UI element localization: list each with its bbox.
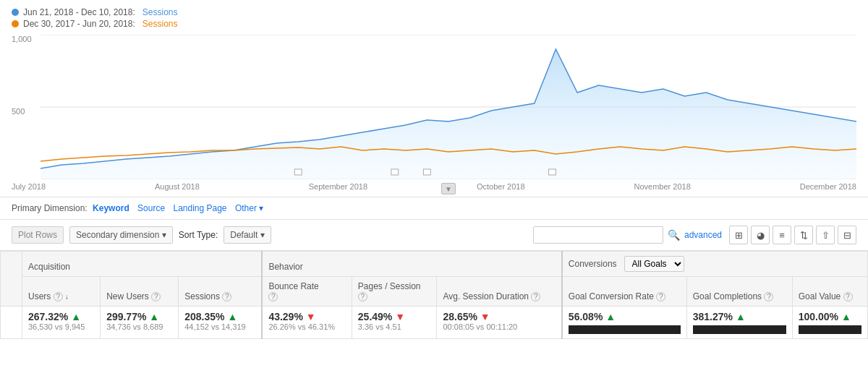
- y-label-1000: 1,000: [12, 35, 32, 43]
- svg-rect-6: [549, 169, 556, 175]
- table-view-button[interactable]: ⊟: [838, 226, 856, 244]
- users-sort-icon[interactable]: ↓: [65, 293, 69, 301]
- goal-conv-help-icon[interactable]: ?: [656, 292, 665, 301]
- totals-checkbox-cell: [1, 307, 22, 339]
- acquisition-header: Acquisition: [22, 252, 263, 277]
- pages-session-trend-icon: ▼: [395, 311, 405, 322]
- chart-legend: Jun 21, 2018 - Dec 10, 2018: Sessions De…: [12, 7, 856, 30]
- goal-completions-help-icon[interactable]: ?: [764, 292, 773, 301]
- dimension-keyword[interactable]: Keyword: [93, 203, 129, 213]
- goal-conv-bar: [569, 325, 681, 334]
- goal-conv-trend-icon: ▲: [605, 311, 616, 322]
- svg-rect-3: [294, 169, 302, 175]
- sort-type-label: Sort Type:: [179, 230, 218, 240]
- search-input[interactable]: [533, 226, 663, 244]
- totals-sessions: 208.35% ▲ 44,152 vs 14,319: [179, 307, 263, 339]
- col-users: Users ? ↓: [22, 277, 101, 307]
- col-goal-conv-rate: Goal Conversion Rate ?: [562, 277, 686, 307]
- totals-pages-session: 25.49% ▼ 3.36 vs 4.51: [352, 307, 437, 339]
- chart-area: Jun 21, 2018 - Dec 10, 2018: Sessions De…: [0, 0, 868, 197]
- dimension-source[interactable]: Source: [137, 203, 165, 213]
- sort-view-button[interactable]: ⇅: [794, 226, 813, 244]
- avg-session-help-icon[interactable]: ?: [531, 292, 540, 301]
- goal-value-help-icon[interactable]: ?: [843, 292, 853, 301]
- list-view-button[interactable]: ≡: [773, 226, 791, 244]
- dimension-other[interactable]: Other ▾: [235, 203, 263, 213]
- bounce-rate-trend-icon: ▼: [306, 311, 316, 322]
- toolbar: Plot Rows Secondary dimension ▾ Sort Typ…: [0, 220, 868, 251]
- users-trend-icon: ▲: [71, 311, 81, 322]
- col-goal-completions: Goal Completions ?: [686, 277, 792, 307]
- totals-bounce-rate: 43.29% ▼ 26.26% vs 46.31%: [262, 307, 352, 339]
- chart-container: 1,000 500: [41, 35, 856, 179]
- legend-dot-orange: [12, 20, 19, 27]
- pie-view-button[interactable]: ◕: [751, 226, 770, 244]
- legend-item-1: Jun 21, 2018 - Dec 10, 2018: Sessions: [12, 7, 856, 17]
- advanced-link[interactable]: advanced: [684, 230, 722, 240]
- export-button[interactable]: ⇧: [816, 226, 835, 244]
- view-icons: ⊞ ◕ ≡ ⇅ ⇧ ⊟: [729, 226, 856, 244]
- dimension-landing-page[interactable]: Landing Page: [173, 203, 226, 213]
- plot-rows-button[interactable]: Plot Rows: [12, 226, 64, 244]
- conversions-header: Conversions All Goals: [562, 252, 868, 277]
- goal-completions-bar: [693, 325, 786, 334]
- legend-item-2: Dec 30, 2017 - Jun 20, 2018: Sessions: [12, 19, 856, 29]
- sessions-trend-icon: ▲: [227, 311, 237, 322]
- primary-dimension-label: Primary Dimension:: [12, 203, 88, 213]
- totals-new-users: 299.77% ▲ 34,736 vs 8,689: [101, 307, 179, 339]
- svg-rect-4: [391, 169, 399, 175]
- sort-type-button[interactable]: Default ▾: [224, 226, 271, 244]
- secondary-dim-chevron-icon: ▾: [162, 230, 166, 240]
- avg-session-trend-icon: ▼: [480, 311, 490, 322]
- col-new-users: New Users ?: [101, 277, 179, 307]
- svg-rect-5: [423, 169, 430, 175]
- goal-value-bar: [799, 325, 861, 334]
- grid-view-button[interactable]: ⊞: [729, 226, 748, 244]
- totals-goal-value: 100.00% ▲: [792, 307, 867, 339]
- col-goal-value: Goal Value ?: [792, 277, 867, 307]
- y-axis: 1,000 500: [12, 35, 32, 179]
- legend-label-2: Dec 30, 2017 - Jun 20, 2018: Sessions: [23, 19, 178, 29]
- y-label-500: 500: [12, 107, 32, 116]
- chart-svg: [41, 35, 856, 179]
- sessions-help-icon[interactable]: ?: [222, 292, 231, 301]
- pages-session-help-icon[interactable]: ?: [358, 292, 367, 301]
- legend-dot-blue: [12, 9, 19, 16]
- data-table: Acquisition Behavior Conversions All Goa…: [0, 251, 868, 339]
- chart-scroll-handle[interactable]: ▼: [441, 183, 456, 194]
- legend-label-1: Jun 21, 2018 - Dec 10, 2018: Sessions: [23, 7, 178, 17]
- col-sessions: Sessions ?: [179, 277, 263, 307]
- users-help-icon[interactable]: ?: [54, 292, 63, 301]
- secondary-dimension-button[interactable]: Secondary dimension ▾: [69, 226, 173, 244]
- sort-type-chevron-icon: ▾: [260, 230, 265, 240]
- totals-goal-conv-rate: 56.08% ▲: [562, 307, 686, 339]
- col-avg-session: Avg. Session Duration ?: [437, 277, 562, 307]
- checkbox-header: [1, 252, 22, 307]
- new-users-trend-icon: ▲: [149, 311, 159, 322]
- totals-goal-completions: 381.27% ▲: [686, 307, 792, 339]
- all-goals-select[interactable]: All Goals: [624, 256, 684, 272]
- col-pages-session: Pages / Session ?: [352, 277, 437, 307]
- col-bounce-rate: Bounce Rate ?: [262, 277, 352, 307]
- new-users-help-icon[interactable]: ?: [151, 292, 161, 301]
- totals-users: 267.32% ▲ 36,530 vs 9,945: [22, 307, 101, 339]
- other-chevron-icon: ▾: [259, 203, 263, 213]
- search-button[interactable]: 🔍: [668, 229, 680, 241]
- primary-dimension-row: Primary Dimension: Keyword Source Landin…: [0, 197, 868, 220]
- behavior-header: Behavior: [262, 252, 561, 277]
- totals-row: 267.32% ▲ 36,530 vs 9,945 299.77% ▲ 34,7…: [1, 307, 868, 339]
- goal-completions-trend-icon: ▲: [736, 311, 746, 322]
- table-wrapper: Acquisition Behavior Conversions All Goa…: [0, 251, 868, 339]
- bounce-rate-help-icon[interactable]: ?: [268, 292, 278, 301]
- goal-value-trend-icon: ▲: [841, 311, 851, 322]
- totals-avg-session: 28.65% ▼ 00:08:05 vs 00:11:20: [437, 307, 562, 339]
- search-area: 🔍 advanced ⊞ ◕ ≡ ⇅ ⇧ ⊟: [533, 226, 856, 244]
